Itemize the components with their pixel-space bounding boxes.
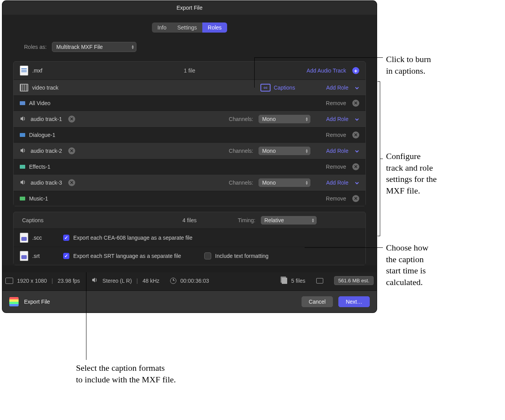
window-title: Export File <box>2 1 377 15</box>
channels-label: Channels: <box>229 148 253 154</box>
caption-srt-row: .srt ✓ Export each SRT language as a sep… <box>14 247 365 265</box>
video-icon <box>20 84 28 92</box>
chevron-updown-icon: ▴▾ <box>132 45 134 49</box>
app-icon <box>9 297 19 306</box>
add-role-button-1[interactable]: Add Role <box>326 116 348 122</box>
tab-settings[interactable]: Settings <box>172 22 202 33</box>
channels-select-2[interactable]: Mono ▴▾ <box>259 147 310 155</box>
callout-burn-captions: Click to burn in captions. <box>386 54 431 76</box>
cc-icon: cc <box>260 84 271 92</box>
add-role-button-video[interactable]: Add Role <box>326 85 348 91</box>
channels-value-1: Mono <box>262 116 276 122</box>
captions-button[interactable]: cc Captions <box>260 84 295 92</box>
audio-role-2-name: Effects-1 <box>29 164 50 170</box>
timing-label: Timing: <box>238 217 255 223</box>
chevron-down-icon[interactable] <box>355 180 359 185</box>
remove-track-icon[interactable]: ✕ <box>68 179 75 186</box>
close-icon[interactable]: ✕ <box>352 100 359 107</box>
audio-track-3-row: audio track-3 ✕ Channels: Mono ▴▾ Add Ro… <box>14 174 365 191</box>
captions-panel: Captions 4 files Timing: Relative ▴▾ .sc… <box>13 212 366 265</box>
audio-track-3-label: audio track-3 <box>31 180 62 186</box>
srt-export-checkbox[interactable]: ✓ <box>63 253 69 259</box>
close-icon[interactable]: ✕ <box>352 195 359 202</box>
roles-as-row: Roles as: Multitrack MXF File ▴▾ <box>13 42 366 52</box>
include-formatting-checkbox[interactable] <box>204 252 211 259</box>
chevron-updown-icon: ▴▾ <box>306 149 308 153</box>
captions-title: Captions <box>22 217 43 223</box>
callout-line <box>305 247 383 248</box>
remove-track-icon[interactable]: ✕ <box>68 116 75 123</box>
chevron-down-icon[interactable] <box>355 149 359 153</box>
video-track-label: video track <box>32 85 59 91</box>
audio-role-3-name: Music-1 <box>29 195 48 202</box>
add-role-button-3[interactable]: Add Role <box>326 180 348 186</box>
audio-track-2-row: audio track-2 ✕ Channels: Mono ▴▾ Add Ro… <box>14 142 365 159</box>
add-role-button-2[interactable]: Add Role <box>326 148 348 154</box>
channels-value-3: Mono <box>262 180 276 186</box>
files-value: 5 files <box>291 278 305 284</box>
remove-role-button[interactable]: Remove <box>326 132 346 138</box>
mxf-header-row: .mxf 1 file Add Audio Track + <box>14 62 365 80</box>
cancel-button[interactable]: Cancel <box>302 296 333 307</box>
next-button[interactable]: Next… <box>338 296 370 307</box>
add-audio-track-button[interactable]: Add Audio Track <box>307 67 346 74</box>
monitor-icon <box>316 278 323 283</box>
audio-value: Stereo (L R) <box>102 278 132 284</box>
status-bar: 1920 x 1080 | 23.98 fps Stereo (L R) | 4… <box>2 272 377 290</box>
roles-as-label: Roles as: <box>24 44 47 50</box>
mxf-ext-label: .mxf <box>32 67 42 74</box>
timing-select[interactable]: Relative ▴▾ <box>261 216 317 225</box>
remove-track-icon[interactable]: ✕ <box>68 147 75 154</box>
chevron-down-icon[interactable] <box>355 117 359 121</box>
resolution-icon <box>5 278 13 284</box>
srt-export-label[interactable]: Export each SRT language as a separate f… <box>73 253 181 259</box>
caption-scc-row: .scc ✓ Export each CEA-608 language as a… <box>14 228 365 247</box>
video-role-row: All Video Remove ✕ <box>14 95 365 111</box>
close-icon[interactable]: ✕ <box>352 131 359 138</box>
plus-icon[interactable]: + <box>352 67 359 74</box>
captions-button-label: Captions <box>274 85 295 91</box>
clock-icon <box>170 278 176 284</box>
include-formatting-label[interactable]: Include text formatting <box>215 253 269 259</box>
files-icon <box>282 278 287 284</box>
speaker-icon <box>91 277 98 285</box>
file-icon <box>20 66 28 76</box>
callout-line <box>377 236 380 236</box>
speaker-icon <box>20 115 27 123</box>
audio-role-3-row: Music-1 Remove ✕ <box>14 191 365 206</box>
channels-label: Channels: <box>229 116 253 122</box>
callout-line <box>254 57 255 88</box>
channels-select-3[interactable]: Mono ▴▾ <box>259 178 310 187</box>
role-swatch <box>20 101 25 105</box>
tab-roles[interactable]: Roles <box>202 22 227 33</box>
chevron-down-icon[interactable] <box>355 85 359 90</box>
audio-track-1-row: audio track-1 ✕ Channels: Mono ▴▾ Add Ro… <box>14 111 365 127</box>
video-track-row: video track cc Captions Add Role <box>14 80 365 95</box>
channels-select-1[interactable]: Mono ▴▾ <box>259 115 310 123</box>
roles-as-value: Multitrack MXF File <box>56 44 103 50</box>
tab-info[interactable]: Info <box>152 22 172 33</box>
close-icon[interactable]: ✕ <box>352 163 359 170</box>
channels-value-2: Mono <box>262 148 276 154</box>
fps-value: 23.98 fps <box>58 278 80 284</box>
caption-file-icon <box>20 233 28 243</box>
audio-track-1-label: audio track-1 <box>31 116 62 122</box>
audio-role-1-name: Dialogue-1 <box>29 132 55 138</box>
tracks-panel: .mxf 1 file Add Audio Track + video trac… <box>13 61 366 206</box>
scc-export-checkbox[interactable]: ✓ <box>63 235 69 241</box>
chevron-updown-icon: ▴▾ <box>312 218 314 223</box>
scc-export-label[interactable]: Export each CEA-608 language as a separa… <box>73 235 192 241</box>
callout-line <box>254 57 383 58</box>
roles-as-select[interactable]: Multitrack MXF File ▴▾ <box>52 42 136 52</box>
captions-header-row: Captions 4 files Timing: Relative ▴▾ <box>14 212 365 228</box>
remove-role-button[interactable]: Remove <box>326 100 346 106</box>
remove-role-button[interactable]: Remove <box>326 195 346 202</box>
tab-group: Info Settings Roles <box>152 22 227 33</box>
export-file-window: Export File Info Settings Roles Roles as… <box>2 1 377 313</box>
callout-line <box>377 81 380 82</box>
captions-file-count: 4 files <box>183 217 197 223</box>
tab-bar: Info Settings Roles <box>13 22 366 33</box>
remove-role-button[interactable]: Remove <box>326 164 346 170</box>
callout-line <box>86 272 86 360</box>
chevron-updown-icon: ▴▾ <box>306 180 308 185</box>
